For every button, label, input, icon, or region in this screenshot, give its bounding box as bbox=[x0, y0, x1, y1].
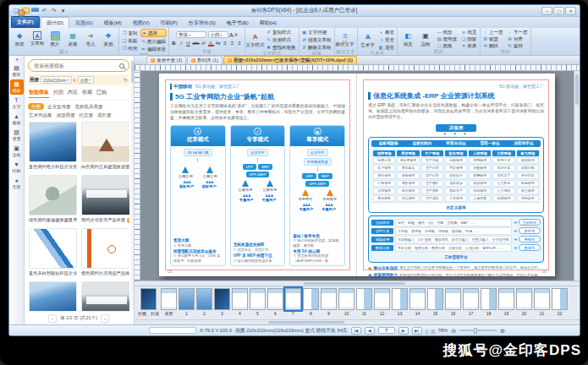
page-thumbnail[interactable] bbox=[140, 288, 157, 310]
document-tab[interactable]: 数码类 (1) bbox=[187, 56, 223, 64]
page-right[interactable]: 5G 新动能，赋智慧工厂 信息化系统集成 -ERP 企业资源计划系统 通过 ER… bbox=[357, 74, 555, 276]
prev-templates-button[interactable]: ‹ bbox=[48, 314, 57, 323]
arrange-tool-button[interactable]: ↑ 上一层 bbox=[482, 29, 504, 35]
app-logo-icon[interactable] bbox=[18, 9, 25, 17]
scrollbar-thumb[interactable] bbox=[575, 74, 579, 105]
page-thumbnail-item[interactable]: 22 bbox=[552, 288, 568, 316]
grow-font-button[interactable]: A bbox=[229, 32, 234, 38]
next-templates-button[interactable]: › bbox=[101, 314, 109, 323]
panel-tab[interactable]: 收藏 bbox=[82, 89, 92, 98]
canvas[interactable]: 中国移动 5G 新动能，赋智慧工厂 5G 工业专网助力企业“扬帆”起航 工业网络… bbox=[140, 71, 574, 281]
font-style-button[interactable]: A bbox=[208, 40, 214, 46]
insert-tool-button[interactable]: A 文本框 bbox=[29, 31, 46, 46]
page-thumbnail[interactable] bbox=[409, 288, 426, 310]
page-thumbnail-item[interactable]: 扉页 bbox=[161, 288, 177, 316]
zoom-slider-knob[interactable] bbox=[474, 328, 477, 334]
size-select[interactable]: 210x210mm▾ bbox=[41, 76, 72, 84]
template-item[interactable]: 简约企业宣传产品手册 ✦ bbox=[81, 175, 129, 223]
vertical-scrollbar[interactable] bbox=[574, 71, 580, 281]
document-tab[interactable]: 画册<210x210mm>已改未保存<交稿(X)7/7>10%.dpsf (1) bbox=[223, 56, 357, 64]
category-chip[interactable]: 成长册 bbox=[96, 112, 113, 118]
style-tool-button[interactable]: ― 线型 bbox=[436, 29, 458, 35]
arrange-tool-button[interactable]: ⇋ 翻转 bbox=[482, 42, 504, 49]
paragraph-tool-button[interactable]: ⇄ 链接文本框 bbox=[301, 36, 332, 43]
template-item[interactable]: ✦ bbox=[81, 281, 129, 311]
first-page-button[interactable]: |◀ bbox=[351, 327, 361, 335]
template-item[interactable]: ✦ bbox=[29, 281, 77, 311]
page-thumbnail-item[interactable]: 15 bbox=[427, 288, 443, 316]
arrange-tool-button[interactable]: ↓ 下一层 bbox=[507, 29, 529, 35]
ribbon-tab[interactable]: 视图(V) bbox=[128, 18, 155, 28]
price-select[interactable]: 全部▾ bbox=[78, 76, 94, 84]
ribbon-tab[interactable]: 分享导出(S) bbox=[184, 18, 221, 28]
text-style-button[interactable]: A 文字样式 bbox=[247, 32, 264, 48]
page-thumbnail[interactable] bbox=[534, 288, 550, 310]
edit-tool-button[interactable]: ❒ 组合 bbox=[121, 45, 139, 52]
save-icon[interactable] bbox=[31, 8, 39, 14]
ribbon-tab[interactable]: 电子书(E) bbox=[222, 18, 254, 28]
arrange-tool-button[interactable]: ↻ 旋转 bbox=[507, 42, 529, 49]
template-thumbnail[interactable] bbox=[29, 122, 77, 162]
scrollbar-thumb[interactable] bbox=[304, 282, 405, 285]
page-thumbnail[interactable] bbox=[463, 288, 479, 310]
last-page-button[interactable]: ▶| bbox=[412, 327, 422, 335]
category-chip[interactable]: 全部 bbox=[28, 103, 44, 110]
page-thumbnail-item[interactable]: 1 bbox=[179, 288, 195, 316]
ribbon-tab[interactable]: 文件(F) bbox=[11, 16, 40, 28]
collapse-panel-icon[interactable]: ◂ bbox=[15, 57, 18, 63]
page-number-input[interactable] bbox=[378, 327, 395, 334]
filmstrip-scrollbar[interactable] bbox=[135, 319, 580, 324]
insert-tool-button[interactable]: ➜ 导入 bbox=[82, 31, 99, 47]
page-thumbnail[interactable] bbox=[392, 288, 408, 310]
redo-icon[interactable]: ↷ bbox=[50, 7, 58, 14]
page-thumbnail-item[interactable]: 封面、封底 bbox=[138, 288, 159, 316]
minimize-button[interactable]: ─ bbox=[541, 7, 552, 15]
page-thumbnail-item[interactable]: 4 bbox=[232, 288, 248, 316]
canvas-horizontal-scrollbar[interactable] bbox=[135, 281, 580, 286]
category-chip[interactable]: 企业宣传册 bbox=[47, 103, 72, 110]
page-thumbnail[interactable] bbox=[516, 288, 532, 310]
page-thumbnail[interactable] bbox=[161, 288, 177, 310]
style-tool-button[interactable]: ▢ 圆角 bbox=[436, 42, 458, 49]
font-style-button[interactable]: B bbox=[171, 40, 177, 46]
document-tab[interactable]: 使用手册 (3) bbox=[146, 56, 186, 64]
page-thumbnail-item[interactable]: 21 bbox=[534, 288, 550, 316]
page-thumbnail[interactable] bbox=[552, 288, 568, 310]
edit-tool-button[interactable]: ❏ 粘贴 bbox=[121, 37, 139, 44]
style-tool-button[interactable]: ≡ 线宽 bbox=[460, 29, 478, 35]
template-thumbnail[interactable] bbox=[81, 281, 129, 311]
style-tool-button[interactable]: ▨ 透明度 bbox=[436, 35, 458, 42]
template-item[interactable]: 白色简约古风建筑旅游册 ✦ bbox=[81, 122, 129, 170]
page-thumbnail[interactable] bbox=[179, 288, 195, 310]
path-text-button[interactable]: S 路径文字 bbox=[337, 31, 354, 47]
style-big-button[interactable]: ◧ 填充 bbox=[399, 31, 416, 47]
page-thumbnail[interactable] bbox=[374, 288, 390, 310]
word-art-tool-button[interactable]: ◐ 横变 bbox=[378, 29, 396, 35]
ribbon-tab[interactable]: 模板(M) bbox=[99, 18, 127, 28]
maximize-button[interactable]: ▢ bbox=[553, 7, 564, 15]
page-thumbnail[interactable] bbox=[285, 288, 301, 310]
page-thumbnail[interactable] bbox=[321, 288, 337, 310]
insert-tool-button[interactable]: 图片 bbox=[47, 31, 63, 47]
template-thumbnail[interactable] bbox=[81, 175, 129, 215]
style-big-button[interactable]: ▣ 边框 bbox=[417, 31, 434, 47]
page-thumbnail-item[interactable]: 20 bbox=[516, 288, 532, 316]
single-page-view-icon[interactable]: ▯ bbox=[426, 328, 427, 334]
style-tool-button[interactable]: ❏ 阴影 bbox=[460, 35, 478, 42]
text-style-tool-button[interactable]: ✎ 应用样式 bbox=[266, 36, 297, 43]
page-thumbnail-item[interactable]: 16 bbox=[445, 288, 461, 316]
rail-item[interactable]: ▤ 图库 bbox=[10, 63, 24, 79]
page-thumbnail-item[interactable]: 3 bbox=[214, 288, 230, 316]
template-thumbnail[interactable] bbox=[29, 281, 77, 311]
ribbon-tab[interactable]: 页面(G) bbox=[70, 18, 98, 28]
page-thumbnail-item[interactable]: 9 bbox=[321, 288, 337, 316]
panel-tab[interactable]: 内页 bbox=[68, 89, 78, 98]
page-left[interactable]: 中国移动 5G 新动能，赋智慧工厂 5G 工业专网助力企业“扬帆”起航 工业网络… bbox=[159, 74, 357, 276]
style-tool-button[interactable]: ✦ 效果 bbox=[460, 42, 478, 49]
text-style-tool-button[interactable]: ✱ 查找和替换 bbox=[266, 44, 297, 51]
page-thumbnail-item[interactable]: 6 bbox=[267, 288, 283, 316]
ribbon-tab[interactable]: 帮助(H) bbox=[255, 18, 282, 28]
page-thumbnail-item[interactable]: 17 bbox=[463, 288, 479, 316]
page-thumbnail-item[interactable]: 7 bbox=[285, 288, 301, 316]
close-button[interactable]: ✕ bbox=[565, 7, 576, 15]
